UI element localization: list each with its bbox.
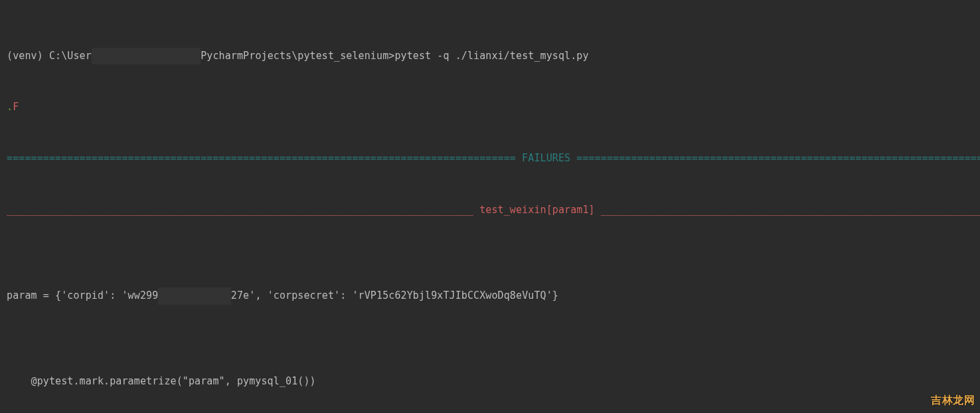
- test-name-header: ________________________________________…: [7, 202, 973, 219]
- fail-F: F: [13, 101, 19, 113]
- param-line: param = {'corpid': 'ww299 27e', 'corpsec…: [7, 288, 973, 305]
- pass-dot: .: [7, 101, 13, 113]
- redacted-user: [92, 48, 201, 65]
- progress-line: .F: [7, 99, 973, 116]
- command-text: pytest -q ./lianxi/test_mysql.py: [394, 50, 588, 62]
- param-prefix: param = {'corpid': 'ww299: [7, 289, 158, 301]
- path-suffix: PycharmProjects\pytest_selenium>: [201, 50, 394, 62]
- failures-header: ========================================…: [7, 150, 973, 167]
- param-suffix: 27e', 'corpsecret': 'rVP15c62Ybjl9xTJIbC…: [231, 289, 558, 301]
- terminal-output[interactable]: (venv) C:\User PycharmProjects\pytest_se…: [0, 0, 980, 413]
- code-line-1: @pytest.mark.parametrize("param", pymysq…: [7, 373, 973, 390]
- path-prefix: C:\User: [49, 50, 92, 62]
- watermark-text: 吉林龙网: [931, 394, 975, 408]
- redacted-corpid: [158, 288, 231, 305]
- prompt-line: (venv) C:\User PycharmProjects\pytest_se…: [7, 48, 973, 65]
- venv-prefix: (venv): [7, 50, 49, 62]
